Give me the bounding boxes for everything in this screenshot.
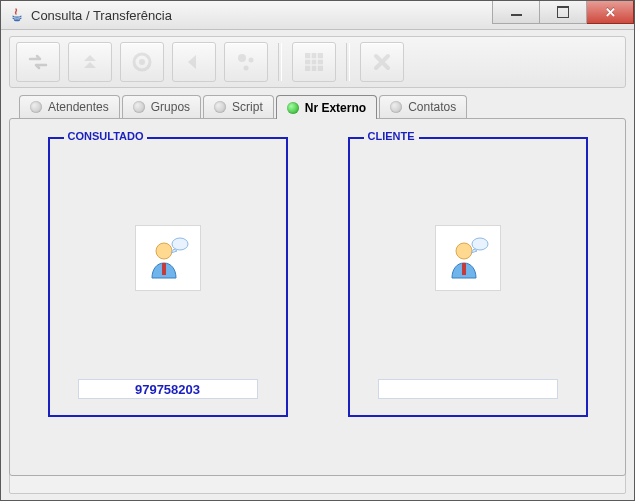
tab-panel-nr-externo: CONSULTADO CLIENTE	[9, 118, 626, 476]
svg-point-3	[249, 58, 254, 63]
tab-bullet-icon	[30, 101, 42, 113]
toolbar-up-button[interactable]	[68, 42, 112, 82]
consultado-fieldset: CONSULTADO	[48, 137, 288, 417]
tabstrip: Atendentes Grupos Script Nr Externo Cont…	[9, 94, 626, 118]
svg-point-2	[238, 54, 246, 62]
toolbar	[9, 36, 626, 88]
svg-point-9	[472, 238, 488, 250]
toolbar-back-button[interactable]	[172, 42, 216, 82]
consultado-legend: CONSULTADO	[64, 130, 148, 142]
toolbar-grid-button[interactable]	[292, 42, 336, 82]
tab-nr-externo[interactable]: Nr Externo	[276, 95, 377, 119]
toolbar-swap-button[interactable]	[16, 42, 60, 82]
toolbar-container	[1, 30, 634, 92]
java-icon	[9, 7, 25, 23]
close-button[interactable]: ✕	[587, 1, 634, 24]
toolbar-separator	[346, 43, 350, 81]
window-title: Consulta / Transferência	[31, 8, 492, 23]
svg-point-7	[172, 238, 188, 250]
tab-script[interactable]: Script	[203, 95, 274, 118]
cliente-avatar	[435, 225, 501, 291]
cliente-fieldset: CLIENTE	[348, 137, 588, 417]
titlebar: Consulta / Transferência ✕	[1, 1, 634, 30]
tab-label: Grupos	[151, 100, 190, 114]
tab-grupos[interactable]: Grupos	[122, 95, 201, 118]
consultado-number-input[interactable]	[78, 379, 258, 399]
svg-point-4	[244, 66, 249, 71]
consultado-avatar	[135, 225, 201, 291]
tab-contatos[interactable]: Contatos	[379, 95, 467, 118]
toolbar-nodes-button[interactable]	[224, 42, 268, 82]
tabs-area: Atendentes Grupos Script Nr Externo Cont…	[9, 94, 626, 476]
tab-bullet-icon	[133, 101, 145, 113]
tab-label: Atendentes	[48, 100, 109, 114]
toolbar-target-button[interactable]	[120, 42, 164, 82]
cliente-legend: CLIENTE	[364, 130, 419, 142]
toolbar-cancel-button[interactable]	[360, 42, 404, 82]
svg-point-8	[456, 243, 472, 259]
tab-bullet-icon	[214, 101, 226, 113]
svg-point-6	[156, 243, 172, 259]
tab-label: Nr Externo	[305, 101, 366, 115]
minimize-button[interactable]	[492, 1, 540, 24]
tab-label: Contatos	[408, 100, 456, 114]
svg-point-1	[139, 59, 145, 65]
person-speaking-icon	[444, 234, 492, 282]
tab-label: Script	[232, 100, 263, 114]
maximize-button[interactable]	[540, 1, 587, 24]
window-controls: ✕	[492, 1, 634, 29]
cliente-number-input[interactable]	[378, 379, 558, 399]
tab-bullet-icon	[287, 102, 299, 114]
tab-atendentes[interactable]: Atendentes	[19, 95, 120, 118]
app-window: Consulta / Transferência ✕	[0, 0, 635, 501]
tab-bullet-icon	[390, 101, 402, 113]
svg-rect-5	[305, 53, 323, 71]
toolbar-separator	[278, 43, 282, 81]
person-speaking-icon	[144, 234, 192, 282]
